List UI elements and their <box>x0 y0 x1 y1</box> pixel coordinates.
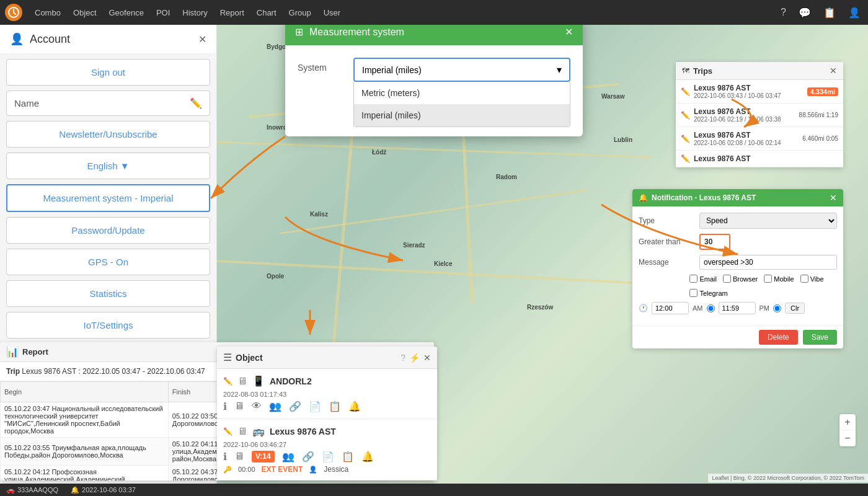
nav-report[interactable]: Report <box>215 6 249 20</box>
language-button[interactable]: English ▼ <box>6 153 210 179</box>
trips-close-button[interactable]: ✕ <box>830 66 837 76</box>
clipboard-icon[interactable]: 📋 <box>821 4 838 21</box>
nav-history[interactable]: History <box>177 6 212 20</box>
mobile-checkbox[interactable] <box>764 275 772 283</box>
clear-button[interactable]: Clr <box>785 303 805 314</box>
gps-button[interactable]: GPS - On <box>6 249 210 275</box>
bell-icon[interactable]: 🔔 <box>361 451 374 463</box>
newsletter-button[interactable]: Newsletter/Unsubscribe <box>6 121 210 148</box>
list-icon[interactable]: 📋 <box>342 451 354 463</box>
notification-channels: Email Browser Mobile Vibe Telegram <box>689 275 837 297</box>
time-from-input[interactable] <box>652 302 689 314</box>
type-select[interactable]: Speed <box>699 213 837 229</box>
am-radio[interactable] <box>707 304 715 312</box>
map-label: Rzeszów <box>527 304 553 311</box>
user-icon[interactable]: 👤 <box>846 4 863 21</box>
notification-delete-button[interactable]: Delete <box>759 330 798 345</box>
time-to-input[interactable] <box>719 302 756 314</box>
sidebar-close-button[interactable]: ✕ <box>198 33 206 45</box>
nav-user[interactable]: User <box>319 6 345 20</box>
notification-save-button[interactable]: Save <box>803 330 837 345</box>
option-imperial[interactable]: Imperial (miles) <box>354 104 570 126</box>
trip-edit-icon[interactable]: ✏️ <box>681 111 690 120</box>
nav-combo[interactable]: Combo <box>30 6 66 20</box>
object-help-icon[interactable]: ? <box>401 353 405 363</box>
nav-object[interactable]: Object <box>68 6 102 20</box>
system-select-display[interactable]: Imperial (miles) ▾ <box>353 58 570 82</box>
browser-checkbox[interactable] <box>723 275 731 283</box>
table-cell: 05.10.22 03:55 Триумфальная арка,площадь… <box>1 438 169 466</box>
sidebar-title: Account <box>30 33 70 46</box>
statistics-button[interactable]: Statistics <box>6 280 210 307</box>
greater-than-input[interactable] <box>699 234 730 250</box>
pm-radio[interactable] <box>773 304 781 312</box>
message-input[interactable] <box>699 255 837 270</box>
app-logo[interactable] <box>5 4 22 21</box>
modal-close-button[interactable]: ✕ <box>565 26 573 38</box>
screen-icon[interactable]: 🖥 <box>234 451 244 463</box>
table-cell: 05.10.22 03:47 Национальный исследовател… <box>1 402 169 438</box>
object-close-button[interactable]: ✕ <box>423 353 431 363</box>
object-actions: ℹ 🖥 👁 👥 🔗 📄 📋 🔔 <box>223 401 431 412</box>
email-checkbox[interactable] <box>689 275 698 283</box>
zoom-in-button[interactable]: + <box>839 414 856 430</box>
chat-icon[interactable]: 💬 <box>796 4 813 21</box>
object-edit-icon[interactable]: ✏️ <box>223 377 232 386</box>
bell-icon[interactable]: 🔔 <box>348 401 361 412</box>
telegram-channel[interactable]: Telegram <box>689 289 727 297</box>
users-icon[interactable]: 👥 <box>282 451 294 463</box>
vibe-checkbox[interactable] <box>800 275 808 283</box>
password-button[interactable]: Password/Update <box>6 217 210 244</box>
nav-geofence[interactable]: Geofence <box>104 6 149 20</box>
users-icon[interactable]: 👥 <box>269 401 281 412</box>
info-icon[interactable]: ℹ <box>223 401 227 412</box>
name-edit-icon[interactable]: ✏️ <box>190 97 202 109</box>
bottom-bar: 🚗 333AAAQQQ 🔔 2022-10-06 03:37 <box>0 484 868 496</box>
object-filter-icon[interactable]: ⚡ <box>409 353 420 363</box>
measurement-system-button[interactable]: Measurement system - Imperial <box>6 184 210 212</box>
report-icon: 📊 <box>6 346 19 358</box>
top-navigation: Combo Object Geofence POI History Report… <box>0 0 868 25</box>
zoom-out-button[interactable]: − <box>839 430 856 446</box>
account-icon: 👤 <box>10 32 24 46</box>
notification-body: Type Speed Greater than Message Email Br… <box>632 206 843 326</box>
doc-icon[interactable]: 📄 <box>322 451 334 463</box>
share-icon[interactable]: 🔗 <box>302 451 314 463</box>
datetime-info: 🔔 2022-10-06 03:37 <box>71 486 136 494</box>
object-item: ✏️ 🖥 📱 ANDORL2 2022-08-03 01:17:43 ℹ 🖥 👁… <box>217 369 437 419</box>
nav-chart[interactable]: Chart <box>252 6 281 20</box>
pm-label: PM <box>760 304 770 312</box>
screen-icon[interactable]: 🖥 <box>234 401 244 412</box>
mobile-channel[interactable]: Mobile <box>764 275 794 283</box>
trips-icon: 🗺 <box>682 66 689 75</box>
trip-edit-icon[interactable]: ✏️ <box>681 87 690 96</box>
doc-icon[interactable]: 📄 <box>309 401 321 412</box>
measurement-system-modal: ⊞ Measurement system ✕ System Imperial (… <box>285 19 583 136</box>
telegram-checkbox[interactable] <box>689 289 698 297</box>
notification-close-button[interactable]: ✕ <box>830 193 837 203</box>
nav-group[interactable]: Group <box>284 6 316 20</box>
trip-edit-icon[interactable]: ✏️ <box>681 154 690 163</box>
message-label: Message <box>639 258 694 267</box>
eye-icon[interactable]: 👁 <box>252 401 262 412</box>
email-channel[interactable]: Email <box>689 275 717 283</box>
nav-poi[interactable]: POI <box>151 6 175 20</box>
object-time-detail: 00:00 <box>238 466 255 473</box>
object-edit-icon[interactable]: ✏️ <box>223 427 232 436</box>
object-menu-icon[interactable]: ☰ <box>223 352 232 363</box>
name-row: Name ✏️ <box>6 91 210 116</box>
list-icon[interactable]: 📋 <box>329 401 341 412</box>
trip-edit-icon[interactable]: ✏️ <box>681 135 690 143</box>
info-icon[interactable]: ℹ <box>223 451 227 463</box>
sign-out-button[interactable]: Sign out <box>6 59 210 86</box>
help-icon[interactable]: ? <box>778 4 789 20</box>
dropdown-chevron-icon: ▾ <box>557 64 562 76</box>
iot-settings-button[interactable]: IoT/Settings <box>6 312 210 339</box>
option-metric[interactable]: Metric (meters) <box>354 82 570 104</box>
object-item-header: ✏️ 🖥 🚌 Lexus 9876 AST <box>223 425 431 437</box>
trip-info: Lexus 9876 AST 2022-10-06 02:08 / 10-06 … <box>694 131 799 146</box>
current-datetime: 2022-10-06 03:37 <box>82 486 136 494</box>
share-icon[interactable]: 🔗 <box>289 401 301 412</box>
vibe-channel[interactable]: Vibe <box>800 275 824 283</box>
browser-channel[interactable]: Browser <box>723 275 758 283</box>
